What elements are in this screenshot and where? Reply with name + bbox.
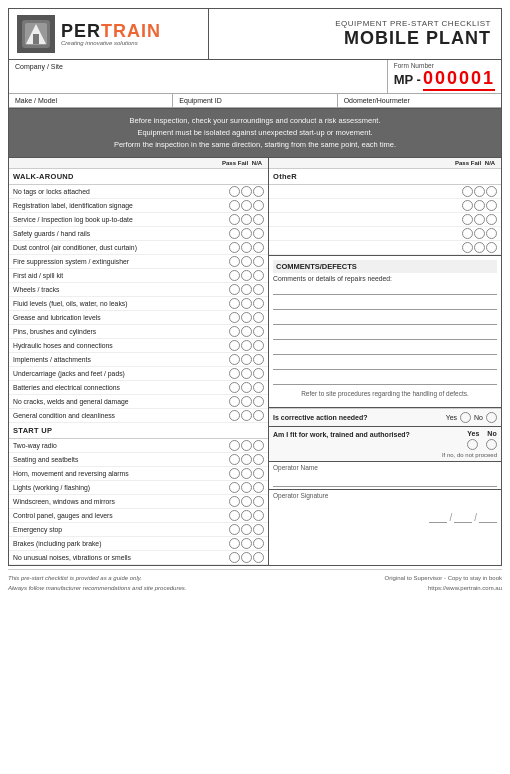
comment-line-6[interactable] (273, 360, 497, 370)
comments-lines (273, 285, 497, 385)
walk-around-header: WALK-AROUND (9, 169, 268, 185)
check-item-fluid-levels: Fluid levels (fuel, oils, water, no leak… (9, 297, 268, 311)
date-line: / / (429, 509, 497, 523)
check-item-batteries: Batteries and electrical connections (9, 381, 268, 395)
other-item-5 (269, 241, 501, 255)
comment-line-3[interactable] (273, 315, 497, 325)
check-item-implements: Implements / attachments (9, 353, 268, 367)
footer-right-line2: https://www.pertrain.com.au (385, 584, 502, 594)
comments-subheader: Comments or details of repairs needed: (273, 275, 497, 282)
fail-header: Fail (236, 160, 250, 167)
warning-banner: Before inspection, check your surroundin… (9, 109, 501, 158)
check-item-service-log: Service / Inspection log book up-to-date (9, 213, 268, 227)
other-header: OtheR (269, 169, 501, 185)
warning-line3: Perform the inspection in the same direc… (19, 139, 491, 151)
check-item-undercarriage: Undercarriage (jacks and feet / pads) (9, 367, 268, 381)
comment-line-2[interactable] (273, 300, 497, 310)
logo-area: PERTRAIN Creating innovative solutions (9, 9, 209, 59)
check-item-emergency-stop: Emergency stop (9, 523, 268, 537)
other-item-3 (269, 213, 501, 227)
check-item-no-tags: No tags or locks attached (9, 185, 268, 199)
operator-signature-section: Operator Signature / / (269, 490, 501, 525)
corrective-action-row: Is corrective action needed? Yes No (269, 408, 501, 427)
circles-no-tags (229, 186, 264, 197)
fit-note: If no, do not proceed (273, 452, 497, 458)
check-item-seating: Seating and seatbelts (9, 453, 268, 467)
corrective-yes-label: Yes (446, 414, 457, 421)
check-item-lights: Lights (working / flashing) (9, 481, 268, 495)
check-item-wheels: Wheels / tracks (9, 283, 268, 297)
date-day[interactable] (429, 509, 447, 523)
fit-yes-header: Yes (467, 430, 479, 437)
brand-tagline: Creating innovative solutions (61, 40, 161, 46)
header: PERTRAIN Creating innovative solutions E… (9, 9, 501, 60)
comment-line-5[interactable] (273, 345, 497, 355)
company-row: Company / Site Form Number MP - 000001 (9, 60, 501, 94)
footer-left-line2: Always follow manufacturer recommendatio… (8, 584, 186, 594)
other-item-1 (269, 185, 501, 199)
form-title: MOBILE PLANT (344, 28, 491, 49)
warning-line2: Equipment must be isolated against unexp… (19, 127, 491, 139)
pass-header: Pass (222, 160, 236, 167)
model-row: Make / Model Equipment ID Odometer/Hourm… (9, 94, 501, 108)
svg-rect-3 (33, 34, 39, 44)
date-month[interactable] (454, 509, 472, 523)
fit-yes-circle[interactable] (467, 439, 478, 450)
check-item-dust-control: Dust control (air conditioner, dust curt… (9, 241, 268, 255)
check-item-hydraulic: Hydraulic hoses and connections (9, 339, 268, 353)
circle-na[interactable] (253, 186, 264, 197)
form-number-prefix: MP - (394, 72, 421, 87)
check-item-horn: Horn, movement and reversing alarms (9, 467, 268, 481)
circle-pass[interactable] (229, 186, 240, 197)
signature-area: / / (273, 501, 497, 523)
footer-left: This pre-start checklist is provided as … (8, 574, 186, 593)
check-item-brakes: Brakes (including park brake) (9, 537, 268, 551)
fit-for-work-section: Am I fit for work, trained and authorise… (269, 427, 501, 462)
fit-row: Am I fit for work, trained and authorise… (273, 430, 497, 450)
form-number-area: Form Number MP - 000001 (388, 60, 501, 93)
brand-text: PERTRAIN Creating innovative solutions (61, 22, 161, 46)
info-rows: Company / Site Form Number MP - 000001 M… (9, 60, 501, 109)
date-year[interactable] (479, 509, 497, 523)
checklist-type: EQUIPMENT PRE-START CHECKLIST (335, 19, 491, 28)
refer-text: Refer to site procedures regarding the h… (273, 385, 497, 403)
check-item-cracks: No cracks, welds and general damage (9, 395, 268, 409)
comment-line-4[interactable] (273, 330, 497, 340)
fit-yes-no: Yes No (467, 430, 497, 450)
footer: This pre-start checklist is provided as … (8, 569, 502, 595)
comments-section: COMMENTS/DEFECTS Comments or details of … (269, 256, 501, 408)
operator-signature-label: Operator Signature (273, 492, 497, 499)
form-number-digits: 000001 (423, 69, 495, 91)
other-col-headers: Pass Fail N/A (269, 158, 501, 169)
check-item-grease: Grease and lubrication levels (9, 311, 268, 325)
check-item-two-way-radio: Two-way radio (9, 439, 268, 453)
corrective-yes-no: Yes No (446, 412, 497, 423)
logo-icon (17, 15, 55, 53)
main-content: Pass Fail N/A WALK-AROUND No tags or loc… (9, 158, 501, 565)
corrective-no-circle[interactable] (486, 412, 497, 423)
comment-line-1[interactable] (273, 285, 497, 295)
make-model-label: Make / Model (9, 94, 173, 107)
comments-header: COMMENTS/DEFECTS (273, 260, 497, 273)
check-item-general-condition: General condition and cleanliness (9, 409, 268, 423)
corrective-yes-circle[interactable] (460, 412, 471, 423)
fit-no-circle[interactable] (486, 439, 497, 450)
other-item-4 (269, 227, 501, 241)
na-header: N/A (250, 160, 264, 167)
company-site-label: Company / Site (9, 60, 388, 93)
corrective-no-label: No (474, 414, 483, 421)
circle-fail[interactable] (241, 186, 252, 197)
other-section: Pass Fail N/A OtheR (269, 158, 501, 256)
other-item-2 (269, 199, 501, 213)
form-number-value: MP - 000001 (394, 69, 495, 91)
equipment-id-label: Equipment ID (173, 94, 337, 107)
left-column: Pass Fail N/A WALK-AROUND No tags or loc… (9, 158, 269, 565)
check-item-windscreen: Windscreen, windows and mirrors (9, 495, 268, 509)
operator-name-section: Operator Name (269, 462, 501, 490)
comment-line-7[interactable] (273, 375, 497, 385)
start-up-header: START UP (9, 423, 268, 439)
left-col-headers: Pass Fail N/A (9, 158, 268, 169)
check-item-safety-guards: Safety guards / hand rails (9, 227, 268, 241)
corrective-label: Is corrective action needed? (273, 414, 446, 421)
operator-name-line[interactable] (273, 473, 497, 487)
